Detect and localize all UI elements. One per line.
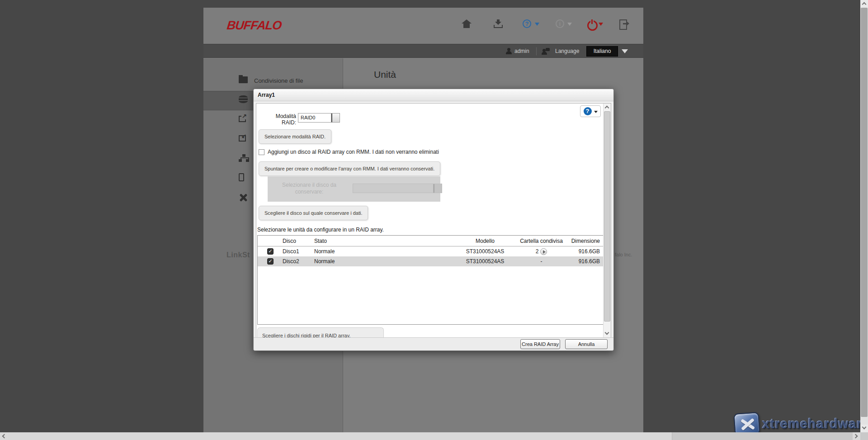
cell-stato: Normale [314,258,454,265]
box-arrow-out-icon[interactable] [239,116,246,122]
buffalo-logo: BUFFALO [226,19,282,33]
raid-mode-label: Modalità RAID: [260,113,296,126]
scroll-up-icon[interactable] [860,0,868,8]
speech-bubble [546,48,550,51]
cell-cartella: 2 [536,248,539,255]
cell-dimensione: 916.6GB [567,258,602,265]
disk-table-header: Disco Stato Modello Cartella condivisa D… [258,236,603,246]
language-label: Language [555,48,579,54]
home-door [466,25,467,28]
help-caret-icon[interactable] [535,23,539,26]
page-title: Unità [374,69,396,80]
cell-disco: Disco2 [283,258,314,265]
copyright-text: falo Inc. [615,252,632,257]
chevron-down-icon [434,184,434,193]
raid-mode-select[interactable]: RAID0 [298,113,340,123]
rmm-hint: Spuntare per creare o modificare l'array… [259,161,440,176]
cancel-button[interactable]: Annulla [565,339,608,349]
column-modello: Modello [454,238,516,244]
language-caret-icon[interactable] [622,49,628,53]
create-raid-array-button[interactable]: Crea RAID Array [520,339,560,349]
download-icon[interactable] [494,19,503,28]
rmm-checkbox-label[interactable]: Aggiungi un disco al RAID array con RMM.… [268,149,439,155]
home-icon[interactable] [462,19,472,28]
cell-cartella: - [516,258,567,265]
page-header: BUFFALO ? i [203,8,643,44]
dialog-title: Array1 [254,89,613,101]
disk-stack-icon[interactable] [239,95,248,103]
cell-modello: ST31000524AS [454,258,516,265]
row-checkbox-checked[interactable] [267,258,274,265]
language-select[interactable]: Italiano [586,46,618,57]
network-icon[interactable] [239,154,249,163]
select-units-label: Selezionare le unità da configurare in u… [257,227,384,233]
user-language-bar: admin Language Italiano [203,44,643,58]
column-disco: Disco [283,238,314,244]
table-row-disco1[interactable]: Disco1 Normale ST31000524AS 2 916.6GB [258,246,603,256]
xtremehardware-watermark: xtremehardware.com [734,413,868,435]
mobile-icon[interactable] [239,173,244,181]
language-icon [542,48,550,55]
chevron-down-icon [331,114,332,122]
vertical-scrollbar-thumb[interactable] [861,8,868,417]
keep-disk-disabled-panel: Selezionare il disco da conservare: [268,176,440,202]
box-arrow-in-icon[interactable] [239,135,246,142]
sidebar-item-file-sharing[interactable]: Condivisione di file [203,71,343,91]
cell-disco: Disco1 [283,248,314,255]
browser-vertical-scrollbar[interactable] [860,0,868,432]
disk-table: Disco Stato Modello Cartella condivisa D… [257,235,604,325]
help-caret-icon [594,111,598,113]
horizontal-scrollbar-thumb[interactable] [8,432,672,440]
scroll-down-icon[interactable] [604,330,611,337]
help-icon[interactable]: ? [523,19,531,28]
dialog-scrollbar[interactable] [603,104,611,337]
select-dropdown-button[interactable] [331,114,340,122]
keep-disk-select [353,184,442,193]
table-row-disco2[interactable]: Disco2 Normale ST31000524AS - 916.6GB [258,256,603,266]
scroll-up-icon[interactable] [604,104,611,111]
column-stato: Stato [314,238,454,244]
sidebar-item-label: Condivisione di file [254,77,303,84]
play-icon[interactable] [540,248,547,255]
rmm-checkbox[interactable] [259,149,264,155]
raid-array-dialog: Array1 ? Modalità RAID: RAID0 Selezionar… [253,89,614,351]
help-circle-icon: ? [584,107,592,115]
status-hint: Scegliere i dischi rigidi per il RAID ar… [257,327,384,338]
cell-dimensione: 916.6GB [567,248,602,255]
logout-arrow [627,21,629,26]
scroll-left-icon[interactable] [0,432,8,440]
power-caret-icon[interactable] [599,23,603,26]
cell-modello: ST31000524AS [454,248,516,255]
keep-disk-label: Selezionare il disco da conservare: [273,182,345,195]
linkstation-logo: LinkSt [226,251,250,259]
raid-mode-value: RAID0 [301,115,315,120]
power-icon[interactable] [587,19,596,28]
scroll-right-icon[interactable] [853,432,860,440]
userbar-divider [536,47,537,55]
user-icon [505,48,512,54]
username-label: admin [514,48,529,54]
tools-icon[interactable] [239,193,248,202]
dialog-help-button[interactable]: ? [580,105,601,117]
dialog-content: ? Modalità RAID: RAID0 Selezionare modal… [256,103,611,338]
scroll-down-icon[interactable] [860,425,868,432]
column-dimensione: Dimensione [567,238,602,244]
raid-mode-hint: Selezionare modalità RAID. [259,129,331,144]
download-tray [494,25,503,28]
info-caret-icon[interactable] [567,23,572,26]
logout-icon[interactable] [619,19,629,28]
row-checkbox-checked[interactable] [267,248,274,255]
cell-stato: Normale [314,248,454,255]
column-cartella-condivisa: Cartella condivisa [516,238,567,244]
info-icon[interactable]: i [556,19,564,28]
select-dropdown-button-disabled [433,184,442,193]
dialog-footer: Crea RAID Array Annulla [254,337,613,350]
scrollbar-thumb[interactable] [604,111,610,322]
keep-disk-hint: Scegliere il disco sul quale conservare … [259,206,368,220]
browser-horizontal-scrollbar[interactable] [0,432,868,440]
watermark-text: xtremehardware.com [762,416,868,431]
folder-icon [239,76,248,83]
